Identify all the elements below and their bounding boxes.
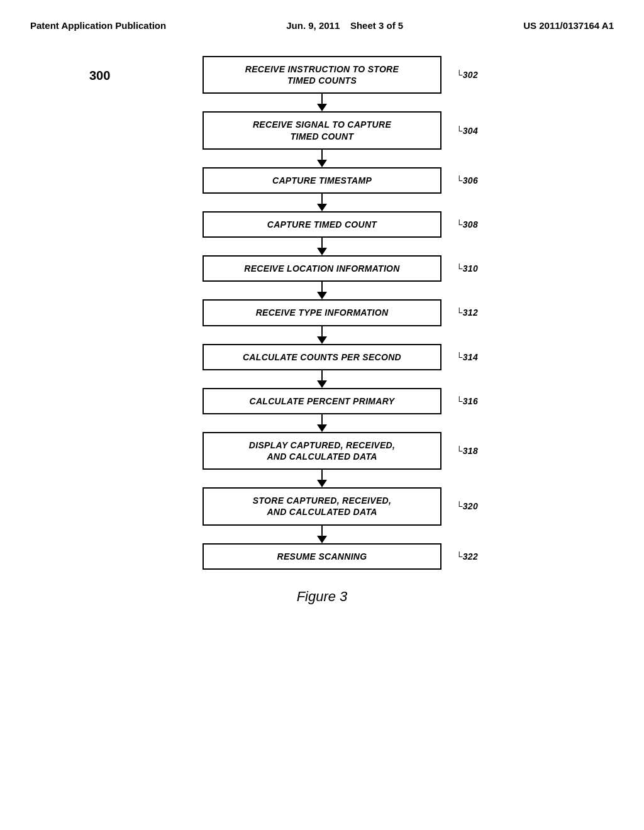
- step-322: RESUME SCANNING └322: [203, 543, 441, 570]
- step-316: CALCULATE PERCENT PRIMARY └316: [203, 388, 441, 414]
- arrow-5: [317, 282, 327, 299]
- step-320: STORE CAPTURED, RECEIVED,AND CALCULATED …: [203, 487, 441, 525]
- step-306-text: CAPTURE TIMESTAMP: [272, 175, 372, 185]
- step-304: RECEIVE SIGNAL TO CAPTURETIMED COUNT └30…: [203, 111, 441, 149]
- arrow-8: [317, 414, 327, 432]
- figure-caption: Figure 3: [297, 589, 348, 605]
- step-322-number: └322: [457, 551, 478, 562]
- arrow-10: [317, 526, 327, 543]
- step-310: RECEIVE LOCATION INFORMATION └310: [203, 255, 441, 282]
- arrow-7: [317, 370, 327, 388]
- step-314-number: └314: [457, 351, 478, 363]
- header-date: Jun. 9, 2011: [286, 20, 340, 31]
- header-center: Jun. 9, 2011 Sheet 3 of 5: [286, 20, 403, 31]
- page-header: Patent Application Publication Jun. 9, 2…: [0, 0, 644, 31]
- step-304-text: RECEIVE SIGNAL TO CAPTURETIMED COUNT: [253, 119, 391, 141]
- header-sheet: Sheet 3 of 5: [350, 20, 403, 31]
- step-314-text: CALCULATE COUNTS PER SECOND: [243, 352, 401, 362]
- arrow-4: [317, 238, 327, 255]
- flow-wrapper: 300 RECEIVE INSTRUCTION TO STORETIMED CO…: [165, 56, 479, 570]
- step-314: CALCULATE COUNTS PER SECOND └314: [203, 344, 441, 370]
- step-320-number: └320: [457, 501, 478, 512]
- step-306-number: └306: [457, 175, 478, 186]
- arrow-6: [317, 326, 327, 344]
- step-322-text: RESUME SCANNING: [277, 551, 367, 562]
- step-312-text: RECEIVE TYPE INFORMATION: [256, 307, 389, 318]
- arrow-1: [317, 94, 327, 111]
- step-302: RECEIVE INSTRUCTION TO STORETIMED COUNTS…: [203, 56, 441, 94]
- diagram-label: 300: [89, 69, 110, 83]
- header-left: Patent Application Publication: [30, 20, 166, 31]
- step-308-text: CAPTURE TIMED COUNT: [267, 219, 377, 230]
- step-318-text: DISPLAY CAPTURED, RECEIVED,AND CALCULATE…: [249, 440, 395, 462]
- step-310-text: RECEIVE LOCATION INFORMATION: [244, 263, 399, 274]
- step-316-number: └316: [457, 396, 478, 407]
- diagram-container: 300 RECEIVE INSTRUCTION TO STORETIMED CO…: [0, 56, 644, 605]
- header-right: US 2011/0137164 A1: [523, 20, 614, 31]
- arrow-3: [317, 194, 327, 211]
- step-320-text: STORE CAPTURED, RECEIVED,AND CALCULATED …: [253, 495, 391, 517]
- step-306: CAPTURE TIMESTAMP └306: [203, 167, 441, 194]
- step-308: CAPTURE TIMED COUNT └308: [203, 211, 441, 238]
- arrow-2: [317, 150, 327, 167]
- step-316-text: CALCULATE PERCENT PRIMARY: [250, 396, 395, 406]
- step-302-number: └302: [457, 69, 478, 80]
- step-302-text: RECEIVE INSTRUCTION TO STORETIMED COUNTS: [245, 64, 399, 86]
- step-312: RECEIVE TYPE INFORMATION └312: [203, 299, 441, 326]
- step-310-number: └310: [457, 263, 478, 274]
- arrow-9: [317, 470, 327, 487]
- step-308-number: └308: [457, 219, 478, 230]
- step-318: DISPLAY CAPTURED, RECEIVED,AND CALCULATE…: [203, 432, 441, 470]
- step-304-number: └304: [457, 124, 478, 136]
- step-318-number: └318: [457, 445, 478, 456]
- step-312-number: └312: [457, 307, 478, 318]
